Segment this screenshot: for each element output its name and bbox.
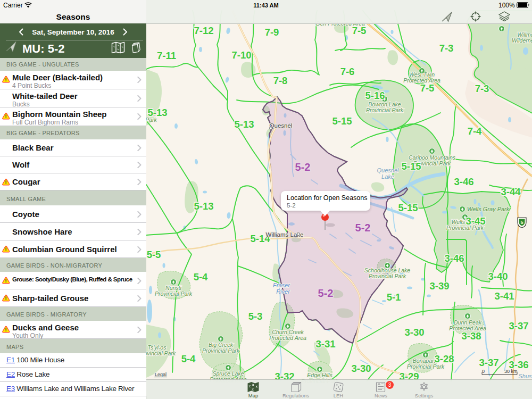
svg-text:5-16: 5-16 bbox=[365, 90, 385, 101]
svg-text:3-37: 3-37 bbox=[479, 357, 498, 368]
svg-text:Lake: Lake bbox=[381, 173, 394, 180]
svg-text:3-31: 3-31 bbox=[315, 338, 335, 350]
svg-text:7-10: 7-10 bbox=[231, 49, 251, 61]
svg-text:Shus: Shus bbox=[518, 373, 532, 379]
svg-text:7-3: 7-3 bbox=[439, 43, 454, 54]
svg-text:Quesnel: Quesnel bbox=[377, 167, 400, 173]
svg-text:5-13: 5-13 bbox=[147, 107, 167, 118]
svg-text:7-5: 7-5 bbox=[352, 25, 367, 36]
svg-text:5-15: 5-15 bbox=[401, 161, 421, 172]
svg-text:3-46: 3-46 bbox=[444, 253, 464, 264]
svg-text:5-4: 5-4 bbox=[194, 271, 208, 282]
svg-text:3-44: 3-44 bbox=[501, 186, 521, 197]
svg-text:Provincial Park: Provincial Park bbox=[366, 107, 404, 113]
svg-text:5-13: 5-13 bbox=[194, 201, 213, 212]
svg-text:5-15: 5-15 bbox=[398, 202, 418, 213]
svg-text:5-2: 5-2 bbox=[355, 222, 371, 234]
svg-text:Provincial Park: Provincial Park bbox=[202, 347, 240, 354]
svg-text:5-2: 5-2 bbox=[318, 287, 334, 299]
svg-text:3-39: 3-39 bbox=[429, 280, 449, 292]
svg-text:3-30: 3-30 bbox=[404, 327, 424, 338]
svg-text:5-13: 5-13 bbox=[234, 119, 254, 130]
svg-text:5-2: 5-2 bbox=[295, 161, 311, 173]
svg-text:7-12: 7-12 bbox=[194, 25, 213, 36]
svg-text:Wilderness: Wilderness bbox=[512, 37, 532, 44]
svg-text:Provincial Park: Provincial Park bbox=[369, 273, 406, 279]
svg-text:River: River bbox=[276, 288, 290, 295]
svg-text:3-37: 3-37 bbox=[509, 320, 528, 331]
svg-text:5-15: 5-15 bbox=[332, 115, 352, 127]
svg-text:7-6: 7-6 bbox=[340, 66, 355, 77]
svg-text:7-5: 7-5 bbox=[420, 82, 435, 94]
svg-text:30 km: 30 km bbox=[504, 369, 518, 374]
svg-text:3-28: 3-28 bbox=[434, 353, 454, 364]
svg-text:Legal: Legal bbox=[155, 372, 167, 377]
svg-text:3-45: 3-45 bbox=[466, 215, 485, 227]
svg-text:7-3: 7-3 bbox=[475, 83, 489, 94]
svg-text:7-4: 7-4 bbox=[468, 126, 482, 137]
svg-text:5: 5 bbox=[520, 220, 523, 225]
svg-text:0: 0 bbox=[482, 369, 485, 374]
svg-text:5-5: 5-5 bbox=[147, 249, 161, 260]
svg-text:Quesnel: Quesnel bbox=[270, 122, 293, 129]
svg-text:3-46: 3-46 bbox=[454, 176, 473, 187]
svg-text:3-30: 3-30 bbox=[351, 363, 371, 374]
svg-text:3-41: 3-41 bbox=[494, 290, 514, 302]
svg-text:7-8: 7-8 bbox=[273, 75, 288, 86]
svg-text:7-9: 7-9 bbox=[265, 27, 279, 38]
svg-text:Provincial Park: Provincial Park bbox=[146, 350, 176, 356]
svg-text:3-38: 3-38 bbox=[461, 330, 481, 342]
svg-text:5-4: 5-4 bbox=[181, 353, 196, 364]
svg-text:Wells Gray Park: Wells Gray Park bbox=[467, 206, 510, 212]
svg-text:7-11: 7-11 bbox=[157, 50, 176, 61]
svg-text:Provincial Park: Provincial Park bbox=[155, 290, 193, 297]
svg-text:Protected Area: Protected Area bbox=[269, 335, 306, 341]
svg-text:5-3: 5-3 bbox=[248, 311, 263, 322]
svg-text:Fraser: Fraser bbox=[273, 282, 290, 288]
svg-text:5-1: 5-1 bbox=[387, 292, 401, 303]
svg-text:3-40: 3-40 bbox=[488, 271, 508, 282]
